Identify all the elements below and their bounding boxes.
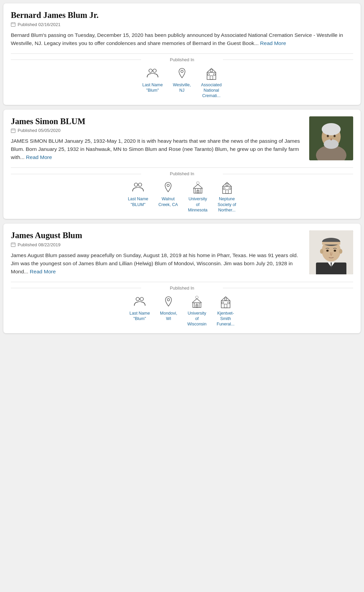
pub-icon-group-0[interactable]: Last Name "BLUM" — [128, 180, 148, 213]
calendar-icon — [11, 128, 16, 133]
obituary-card-james-august-blum: James August Blum Published 08/22/2019Ja… — [3, 224, 361, 333]
person-photo — [309, 116, 353, 160]
svg-point-50 — [326, 250, 329, 252]
icon-label: Kjentvet- Smith Funeral... — [217, 311, 235, 327]
published-in-label: Published In — [11, 57, 353, 62]
pub-icon-location-1[interactable]: Westville, NJ — [173, 66, 191, 99]
svg-rect-38 — [229, 188, 231, 189]
icon-label: Last Name "Blum" — [130, 311, 150, 321]
published-in-section: Published In Last Name "BLUM" Walnut Cre… — [11, 167, 353, 213]
published-in-section: Published In Last Name "Blum" Mondovi, W… — [11, 282, 353, 327]
svg-point-51 — [334, 250, 336, 252]
group-icon — [132, 294, 147, 309]
building-icon — [218, 294, 233, 309]
obituary-card-james-simon-blum: James Simon BLUM Published 05/05/2020JAM… — [3, 110, 361, 219]
svg-point-55 — [140, 297, 143, 301]
date-text: Published 02/16/2021 — [18, 22, 61, 27]
svg-point-23 — [334, 135, 336, 137]
svg-point-52 — [320, 249, 323, 254]
pub-icon-building-3[interactable]: Neptune Society of Norther... — [218, 180, 236, 213]
card-left-content: James August Blum Published 08/22/2019Ja… — [11, 230, 304, 276]
icon-label: Last Name "BLUM" — [128, 196, 148, 207]
read-more-link[interactable]: Read More — [30, 269, 56, 274]
svg-point-4 — [149, 69, 152, 72]
university-icon — [189, 294, 204, 309]
pub-icon-location-1[interactable]: Mondovi, WI — [160, 294, 177, 327]
published-in-section: Published In Last Name "Blum" Westville,… — [11, 53, 353, 99]
date-text: Published 05/05/2020 — [18, 128, 61, 133]
location-icon — [161, 180, 176, 195]
svg-point-21 — [324, 139, 339, 149]
icon-label: Associated National Cremati... — [201, 82, 222, 99]
card-header: James August Blum Published 08/22/2019Ja… — [11, 230, 353, 276]
pub-icon-university-2[interactable]: University of Wisconsin — [187, 294, 207, 327]
svg-rect-12 — [11, 129, 15, 133]
svg-rect-37 — [223, 188, 225, 189]
svg-point-20 — [322, 123, 341, 135]
icon-label: Walnut Creek, CA — [158, 196, 178, 207]
icon-label: Last Name "Blum" — [142, 82, 163, 93]
svg-point-5 — [153, 69, 156, 72]
card-title: James August Blum — [11, 230, 304, 241]
calendar-icon — [11, 242, 16, 247]
svg-rect-0 — [11, 23, 15, 26]
read-more-link[interactable]: Read More — [26, 154, 52, 160]
card-header: James Simon BLUM Published 05/05/2020JAM… — [11, 116, 353, 162]
svg-point-27 — [167, 184, 169, 187]
svg-rect-8 — [210, 70, 212, 72]
svg-point-25 — [134, 183, 138, 186]
icon-label: University of Wisconsin — [187, 311, 207, 327]
svg-point-26 — [138, 183, 142, 186]
svg-rect-9 — [210, 76, 213, 79]
svg-rect-11 — [213, 74, 215, 75]
svg-point-6 — [181, 70, 183, 72]
card-body-text: JAMES SIMON BLUM January 25, 1932-May 1,… — [11, 137, 304, 161]
card-left-content: James Simon BLUM Published 05/05/2020JAM… — [11, 116, 304, 162]
calendar-icon — [11, 22, 16, 27]
svg-rect-10 — [208, 74, 209, 75]
icon-label: Neptune Society of Norther... — [218, 196, 236, 213]
published-in-icons: Last Name "Blum" Westville, NJ Associate… — [11, 66, 353, 99]
building-icon — [220, 180, 234, 195]
location-icon — [161, 294, 176, 309]
published-in-icons: Last Name "Blum" Mondovi, WI University … — [11, 294, 353, 327]
svg-rect-49 — [322, 242, 340, 245]
person-photo — [309, 230, 353, 274]
pub-icon-building-2[interactable]: Associated National Cremati... — [201, 66, 222, 99]
svg-point-24 — [331, 138, 332, 140]
published-date: Published 02/16/2021 — [11, 22, 353, 27]
pub-icon-university-2[interactable]: University of Minnesota — [188, 180, 208, 213]
obituary-card-bernard-blum: Bernard James Blum Jr. Published 02/16/2… — [3, 3, 361, 105]
svg-point-54 — [136, 297, 139, 301]
group-icon — [145, 66, 160, 81]
svg-rect-66 — [222, 302, 224, 304]
svg-rect-35 — [226, 184, 228, 186]
icon-label: Mondovi, WI — [160, 311, 177, 321]
icon-label: University of Minnesota — [188, 196, 208, 213]
pub-icon-group-0[interactable]: Last Name "Blum" — [142, 66, 163, 99]
card-body-text: James August Blum passed away peacefully… — [11, 251, 304, 276]
published-date: Published 08/22/2019 — [11, 242, 304, 247]
published-in-label: Published In — [11, 171, 353, 176]
location-icon — [175, 66, 189, 81]
pub-icon-group-0[interactable]: Last Name "Blum" — [130, 294, 150, 327]
svg-rect-64 — [225, 298, 227, 300]
date-text: Published 08/22/2019 — [18, 242, 61, 247]
pub-icon-location-1[interactable]: Walnut Creek, CA — [158, 180, 178, 213]
card-body-text: Bernard Blum's passing on Tuesday, Decem… — [11, 31, 353, 47]
group-icon — [131, 180, 145, 195]
svg-point-53 — [339, 249, 342, 254]
svg-point-32 — [197, 182, 199, 184]
card-title: Bernard James Blum Jr. — [11, 10, 353, 20]
card-header: Bernard James Blum Jr. Published 02/16/2… — [11, 10, 353, 47]
university-icon — [190, 180, 205, 195]
icon-label: Westville, NJ — [173, 82, 191, 93]
read-more-link[interactable]: Read More — [260, 40, 286, 46]
building-icon — [204, 66, 219, 81]
svg-point-61 — [196, 296, 198, 299]
pub-icon-building-3[interactable]: Kjentvet- Smith Funeral... — [217, 294, 235, 327]
published-date: Published 05/05/2020 — [11, 128, 304, 133]
svg-rect-65 — [224, 304, 227, 308]
svg-rect-39 — [11, 243, 15, 247]
card-left-content: Bernard James Blum Jr. Published 02/16/2… — [11, 10, 353, 47]
